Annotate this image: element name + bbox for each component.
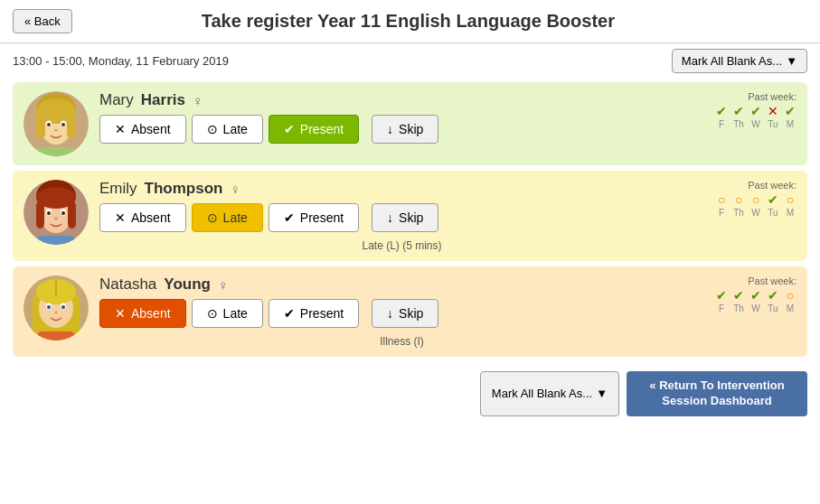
svg-point-21: [61, 211, 65, 215]
skip-label: Skip: [399, 306, 423, 321]
skip-label: Skip: [399, 122, 423, 136]
circle-icon: ○: [784, 192, 796, 207]
late-button[interactable]: ⊙ Late: [192, 115, 263, 144]
past-week-label: Past week:: [748, 91, 796, 102]
student-last-name: Young: [164, 275, 211, 294]
past-week-icons: ✔✔✔✔○: [715, 288, 796, 303]
circle-icon: ○: [749, 192, 762, 207]
chevron-down-icon: ▼: [786, 54, 797, 68]
page-title: Take register Year 11 English Language B…: [72, 11, 744, 32]
mark-all-top-label: Mark All Blank As...: [682, 54, 782, 68]
avatar: [24, 91, 89, 156]
avatar: [24, 275, 89, 341]
skip-button[interactable]: ↓ Skip: [372, 115, 438, 144]
svg-rect-34: [38, 331, 74, 341]
check-icon: ✔: [732, 104, 745, 118]
x-mark-icon: ✕: [115, 210, 126, 225]
student-row: Emily Thompson ♀ ✕ Absent ⊙ Late: [13, 171, 807, 261]
svg-point-8: [47, 123, 51, 126]
student-row: Natasha Young ♀ ✕ Absent ⊙ Late: [13, 266, 807, 357]
circle-icon: ○: [715, 192, 728, 207]
back-button[interactable]: « Back: [13, 9, 72, 33]
clock-icon: ⊙: [207, 306, 218, 321]
mark-all-top-button[interactable]: Mark All Blank As... ▼: [672, 49, 807, 73]
clock-icon: ⊙: [207, 210, 218, 225]
x-icon: ✕: [767, 104, 779, 118]
day-label: M: [784, 303, 796, 313]
absent-button[interactable]: ✕ Absent: [99, 115, 186, 144]
day-label: Tu: [767, 303, 779, 313]
day-label: F: [715, 119, 728, 129]
mark-all-bottom-button[interactable]: Mark All Blank As... ▼: [480, 371, 619, 416]
check-icon: ✔: [749, 104, 762, 118]
check-icon: ✔: [732, 288, 745, 303]
day-label: W: [749, 303, 762, 313]
students-container: Mary Harris ♀ ✕ Absent ⊙ Late: [0, 77, 820, 362]
past-week-icons: ○○○✔○: [715, 192, 796, 207]
past-week-section: Past week: ○○○✔○ FThWTuM: [715, 180, 796, 218]
action-buttons: ✕ Absent ⊙ Late ✔ Present: [99, 115, 704, 144]
day-label: Th: [732, 119, 745, 129]
day-label: F: [715, 303, 728, 313]
student-last-name: Thompson: [145, 180, 223, 198]
svg-point-33: [54, 312, 58, 314]
day-label: W: [749, 208, 762, 218]
student-first-name: Mary: [99, 91, 134, 109]
student-name-row: Emily Thompson ♀: [99, 180, 704, 198]
present-button[interactable]: ✔ Present: [269, 115, 359, 144]
x-mark-icon: ✕: [115, 122, 126, 136]
svg-rect-11: [38, 147, 74, 156]
absent-button[interactable]: ✕ Absent: [99, 299, 186, 328]
chevron-down-icon-bottom: ▼: [596, 387, 608, 400]
svg-point-20: [47, 211, 51, 215]
svg-rect-17: [68, 201, 76, 229]
skip-button[interactable]: ↓ Skip: [372, 203, 438, 232]
student-name-row: Natasha Young ♀: [99, 275, 704, 294]
late-label: Late: [223, 122, 248, 136]
svg-rect-4: [36, 113, 45, 138]
skip-arrow-icon: ↓: [387, 122, 393, 136]
student-last-name: Harris: [141, 91, 185, 109]
student-row: Mary Harris ♀ ✕ Absent ⊙ Late: [13, 82, 807, 165]
day-label: M: [784, 208, 796, 218]
session-time: 13:00 - 15:00, Monday, 11 February 2019: [13, 54, 229, 68]
day-label: M: [784, 119, 796, 129]
late-label: Late: [223, 210, 248, 225]
svg-point-10: [54, 129, 58, 132]
circle-icon: ○: [732, 192, 745, 207]
check-icon: ✔: [284, 122, 295, 136]
return-btn[interactable]: « Return To Intervention Session Dashboa…: [627, 371, 807, 416]
student-top: Mary Harris ♀ ✕ Absent ⊙ Late: [24, 91, 796, 156]
check-icon: ✔: [767, 288, 779, 303]
present-button[interactable]: ✔ Present: [269, 203, 359, 232]
student-info: Emily Thompson ♀ ✕ Absent ⊙ Late: [99, 180, 704, 252]
svg-point-9: [61, 123, 65, 126]
check-icon: ✔: [749, 288, 762, 303]
day-label: F: [715, 208, 728, 218]
top-bar: « Back Take register Year 11 English Lan…: [0, 0, 820, 43]
app-container: « Back Take register Year 11 English Lan…: [0, 0, 820, 422]
absent-label: Absent: [131, 306, 171, 321]
absent-label: Absent: [131, 122, 171, 136]
day-label: Tu: [767, 208, 779, 218]
action-buttons: ✕ Absent ⊙ Late ✔ Present: [99, 299, 704, 328]
absent-button[interactable]: ✕ Absent: [99, 203, 186, 232]
bottom-bar: Mark All Blank As... ▼ « Return To Inter…: [0, 366, 820, 422]
check-icon: ✔: [767, 192, 779, 207]
skip-label: Skip: [399, 210, 423, 225]
late-button[interactable]: ⊙ Late: [192, 299, 263, 328]
day-label: Th: [732, 303, 745, 313]
student-top: Natasha Young ♀ ✕ Absent ⊙ Late: [24, 275, 796, 348]
present-button[interactable]: ✔ Present: [269, 299, 359, 328]
late-button[interactable]: ⊙ Late: [192, 203, 263, 232]
skip-button[interactable]: ↓ Skip: [372, 299, 438, 328]
svg-rect-16: [36, 201, 44, 229]
clock-icon: ⊙: [207, 122, 218, 136]
check-icon: ✔: [784, 104, 796, 118]
present-label: Present: [300, 306, 344, 321]
past-week-section: Past week: ✔✔✔✕✔ FThWTuM: [715, 91, 796, 129]
check-icon: ✔: [715, 288, 728, 303]
present-label: Present: [300, 210, 344, 225]
late-label: Late: [223, 306, 248, 321]
student-name-row: Mary Harris ♀: [99, 91, 704, 109]
